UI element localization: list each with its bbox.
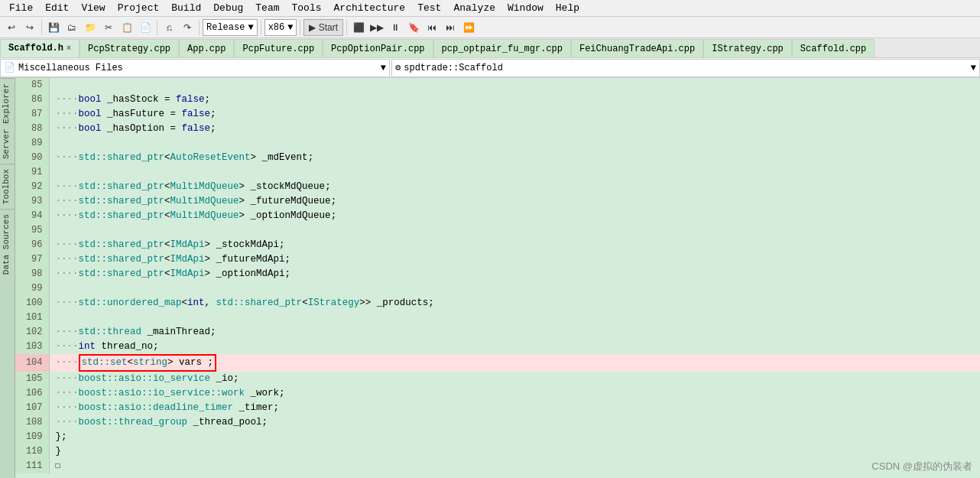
line-number: 101: [15, 311, 49, 325]
line-number: 92: [15, 180, 49, 194]
debug-btn-3[interactable]: ⏸: [387, 19, 404, 36]
watermark: CSDN @虚拟的伪装者: [871, 460, 972, 473]
menu-file[interactable]: File: [3, 1, 39, 15]
tab-istrategy[interactable]: IStrategy.cpp: [703, 39, 792, 57]
tab-pcp-optpair-label: pcp_optpair_fu_mgr.cpp: [442, 44, 563, 54]
line-content: ····std::shared_ptr<MultiMdQueue> _futur…: [49, 194, 980, 209]
toolbar-sep-6: [346, 20, 347, 35]
toolbar: ↩ ↪ 💾 🗂 📁 ✂ 📋 📄 ⎌ ↷ Release ▼ x86 ▼ ▶ St…: [0, 17, 980, 38]
sidebar-toolbox[interactable]: Toolbox: [0, 164, 15, 209]
tab-app[interactable]: App.cpp: [179, 39, 234, 57]
file-icon: 📄: [4, 62, 15, 73]
line-number: 98: [15, 267, 49, 281]
tab-istrategy-label: IStrategy.cpp: [712, 44, 784, 54]
table-row: 100 ····std::unordered_map<int, std::sha…: [15, 296, 980, 311]
tab-scaffold-cpp-label: Scaffold.cpp: [800, 44, 866, 54]
tab-scaffold-cpp[interactable]: Scaffold.cpp: [792, 39, 875, 57]
config-label: Release: [206, 22, 245, 33]
line-content: [49, 165, 980, 180]
menu-architecture[interactable]: Architecture: [328, 1, 412, 15]
table-row: 86 ····bool _hasStock = false;: [15, 93, 980, 107]
back-button[interactable]: ↩: [3, 19, 20, 36]
tab-pcpfuture-label: PcpFuture.cpp: [242, 44, 314, 54]
tab-pcpstrategy[interactable]: PcpStrategy.cpp: [80, 39, 179, 57]
undo-button[interactable]: ⎌: [161, 19, 177, 36]
code-area[interactable]: 85 86 ····bool _hasStock = false; 87 ···…: [15, 78, 980, 478]
config-dropdown-arrow: ▼: [248, 22, 253, 33]
menu-analyze[interactable]: Analyze: [447, 1, 501, 15]
menu-project[interactable]: Project: [112, 1, 166, 15]
line-content: ····boost::asio::io_service::work _work;: [49, 386, 980, 401]
menu-bar: File Edit View Project Build Debug Team …: [0, 0, 980, 17]
file-selector-right[interactable]: ⚙ spdtrade::Scaffold ▼: [391, 59, 980, 77]
table-row: 109 };: [15, 430, 980, 444]
menu-window[interactable]: Window: [501, 1, 550, 15]
table-row: 90 ····std::shared_ptr<AutoResetEvent> _…: [15, 151, 980, 165]
debug-btn-5[interactable]: ⏮: [423, 19, 440, 36]
table-row: 102 ····std::thread _mainThread;: [15, 325, 980, 340]
line-number: 90: [15, 151, 49, 165]
menu-build[interactable]: Build: [165, 1, 207, 15]
table-row: 101: [15, 311, 980, 325]
tab-pcpoptionpair-label: PcpOptionPair.cpp: [331, 44, 424, 54]
line-number: 110: [15, 444, 49, 459]
line-content: };: [49, 430, 980, 444]
tab-feichuang[interactable]: FeiChuangTradeApi.cpp: [571, 39, 703, 57]
line-number: 108: [15, 415, 49, 430]
sidebar-data-sources[interactable]: Data Sources: [0, 209, 15, 279]
file-selector-left-arrow: ▼: [381, 63, 386, 73]
file-selector-left[interactable]: 📄 Miscellaneous Files ▼: [0, 59, 390, 77]
line-number: 105: [15, 372, 49, 386]
line-content: ····std::shared_ptr<IMdApi> _futureMdApi…: [49, 252, 980, 267]
table-row: 105 ····boost::asio::io_service _io;: [15, 372, 980, 386]
debug-btn-7[interactable]: ⏩: [460, 19, 477, 36]
table-row: 106 ····boost::asio::io_service::work _w…: [15, 386, 980, 401]
table-row: 91: [15, 165, 980, 180]
menu-view[interactable]: View: [75, 1, 111, 15]
main-area: Server Explorer Toolbox Data Sources 85 …: [0, 78, 980, 478]
tab-pcpoptionpair[interactable]: PcpOptionPair.cpp: [323, 39, 433, 57]
table-row: 88 ····bool _hasOption = false;: [15, 122, 980, 136]
redo-button[interactable]: ↷: [179, 19, 196, 36]
tab-scaffold-h-close[interactable]: ×: [67, 44, 71, 53]
open-button[interactable]: 📁: [82, 19, 99, 36]
line-number: 99: [15, 281, 49, 296]
copy-button[interactable]: 📋: [118, 19, 135, 36]
debug-btn-1[interactable]: ⬛: [350, 19, 367, 36]
debug-btn-6[interactable]: ⏭: [442, 19, 459, 36]
config-dropdown[interactable]: Release ▼: [203, 19, 258, 36]
platform-dropdown-arrow: ▼: [287, 22, 293, 33]
table-row: 108 ····boost::thread_group _thread_pool…: [15, 415, 980, 430]
start-button[interactable]: ▶ Start: [303, 19, 343, 36]
menu-edit[interactable]: Edit: [39, 1, 75, 15]
save-button[interactable]: 💾: [45, 19, 62, 36]
line-content: ····bool _hasStock = false;: [49, 93, 980, 107]
line-content: ····std::set<string> vars ;: [49, 354, 980, 372]
menu-debug[interactable]: Debug: [207, 1, 249, 15]
line-content: [49, 223, 980, 238]
line-content: ····std::shared_ptr<AutoResetEvent> _mdE…: [49, 151, 980, 165]
menu-team[interactable]: Team: [249, 1, 285, 15]
tab-pcp-optpair[interactable]: pcp_optpair_fu_mgr.cpp: [433, 39, 571, 57]
debug-btn-2[interactable]: ▶▶: [368, 19, 385, 36]
menu-test[interactable]: Test: [411, 1, 447, 15]
file-selector-bar: 📄 Miscellaneous Files ▼ ⚙ spdtrade::Scaf…: [0, 58, 980, 78]
table-row: 97 ····std::shared_ptr<IMdApi> _futureMd…: [15, 252, 980, 267]
line-content: [49, 78, 980, 93]
menu-tools[interactable]: Tools: [286, 1, 328, 15]
paste-button[interactable]: 📄: [137, 19, 154, 36]
line-content: [49, 281, 980, 296]
tab-pcpfuture[interactable]: PcpFuture.cpp: [234, 39, 323, 57]
line-number: 95: [15, 223, 49, 238]
cut-button[interactable]: ✂: [100, 19, 117, 36]
debug-btn-4[interactable]: 🔖: [405, 19, 422, 36]
save-all-button[interactable]: 🗂: [63, 19, 80, 36]
forward-button[interactable]: ↪: [21, 19, 38, 36]
menu-help[interactable]: Help: [550, 1, 586, 15]
platform-dropdown[interactable]: x86 ▼: [264, 19, 297, 36]
line-content: ····int thread_no;: [49, 340, 980, 354]
line-number: 88: [15, 122, 49, 136]
tab-scaffold-h[interactable]: Scaffold.h ×: [0, 39, 80, 57]
line-content: [49, 311, 980, 325]
sidebar-server-explorer[interactable]: Server Explorer: [0, 78, 15, 164]
